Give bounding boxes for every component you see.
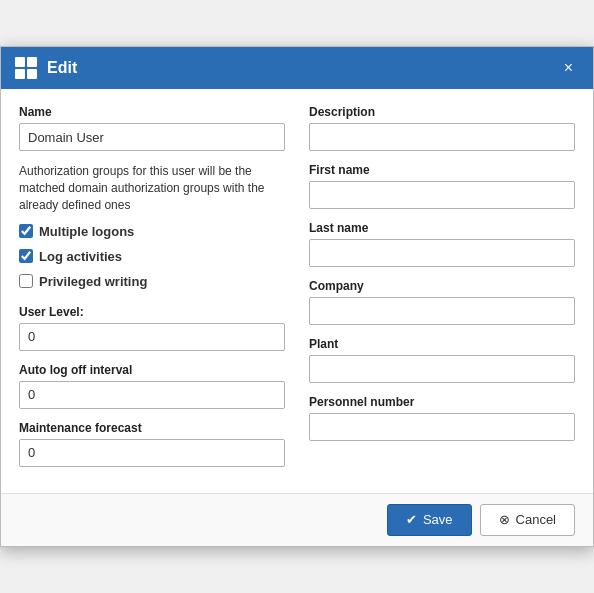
last-name-group: Last name bbox=[309, 221, 575, 267]
privileged-writing-checkbox[interactable] bbox=[19, 274, 33, 288]
dialog-body: Name Authorization groups for this user … bbox=[1, 89, 593, 492]
personnel-number-group: Personnel number bbox=[309, 395, 575, 441]
user-level-label: User Level: bbox=[19, 305, 285, 319]
right-column: Description First name Last name Company bbox=[309, 105, 575, 478]
description-group: Description bbox=[309, 105, 575, 151]
description-label: Description bbox=[309, 105, 575, 119]
close-button[interactable]: × bbox=[558, 58, 579, 78]
save-label: Save bbox=[423, 512, 453, 527]
cancel-button[interactable]: ⊗ Cancel bbox=[480, 504, 575, 536]
auto-log-off-label: Auto log off interval bbox=[19, 363, 285, 377]
log-activities-label: Log activities bbox=[39, 249, 122, 264]
edit-dialog: Edit × Name Authorization groups for thi… bbox=[0, 46, 594, 546]
plant-input[interactable] bbox=[309, 355, 575, 383]
maintenance-forecast-label: Maintenance forecast bbox=[19, 421, 285, 435]
privileged-writing-item[interactable]: Privileged writing bbox=[19, 274, 285, 289]
maintenance-forecast-input[interactable] bbox=[19, 439, 285, 467]
multiple-logons-item[interactable]: Multiple logons bbox=[19, 224, 285, 239]
personnel-number-input[interactable] bbox=[309, 413, 575, 441]
auto-log-off-group: Auto log off interval bbox=[19, 363, 285, 409]
dialog-title: Edit bbox=[47, 59, 77, 77]
first-name-input[interactable] bbox=[309, 181, 575, 209]
form-grid: Name Authorization groups for this user … bbox=[19, 105, 575, 478]
auth-note: Authorization groups for this user will … bbox=[19, 163, 285, 213]
multiple-logons-label: Multiple logons bbox=[39, 224, 134, 239]
maintenance-forecast-group: Maintenance forecast bbox=[19, 421, 285, 467]
left-column: Name Authorization groups for this user … bbox=[19, 105, 285, 478]
plant-label: Plant bbox=[309, 337, 575, 351]
company-input[interactable] bbox=[309, 297, 575, 325]
company-group: Company bbox=[309, 279, 575, 325]
personnel-number-label: Personnel number bbox=[309, 395, 575, 409]
auto-log-off-input[interactable] bbox=[19, 381, 285, 409]
description-input[interactable] bbox=[309, 123, 575, 151]
first-name-label: First name bbox=[309, 163, 575, 177]
windows-icon bbox=[15, 57, 37, 79]
plant-group: Plant bbox=[309, 337, 575, 383]
company-label: Company bbox=[309, 279, 575, 293]
name-label: Name bbox=[19, 105, 285, 119]
header-left: Edit bbox=[15, 57, 77, 79]
checkbox-group: Multiple logons Log activities Privilege… bbox=[19, 224, 285, 293]
last-name-label: Last name bbox=[309, 221, 575, 235]
log-activities-checkbox[interactable] bbox=[19, 249, 33, 263]
first-name-group: First name bbox=[309, 163, 575, 209]
save-button[interactable]: ✔ Save bbox=[387, 504, 472, 536]
last-name-input[interactable] bbox=[309, 239, 575, 267]
name-input[interactable] bbox=[19, 123, 285, 151]
user-level-group: User Level: bbox=[19, 305, 285, 351]
cancel-label: Cancel bbox=[516, 512, 556, 527]
cancel-icon: ⊗ bbox=[499, 512, 510, 527]
user-level-input[interactable] bbox=[19, 323, 285, 351]
name-group: Name bbox=[19, 105, 285, 151]
dialog-header: Edit × bbox=[1, 47, 593, 89]
multiple-logons-checkbox[interactable] bbox=[19, 224, 33, 238]
log-activities-item[interactable]: Log activities bbox=[19, 249, 285, 264]
privileged-writing-label: Privileged writing bbox=[39, 274, 147, 289]
save-icon: ✔ bbox=[406, 512, 417, 527]
dialog-footer: ✔ Save ⊗ Cancel bbox=[1, 493, 593, 546]
